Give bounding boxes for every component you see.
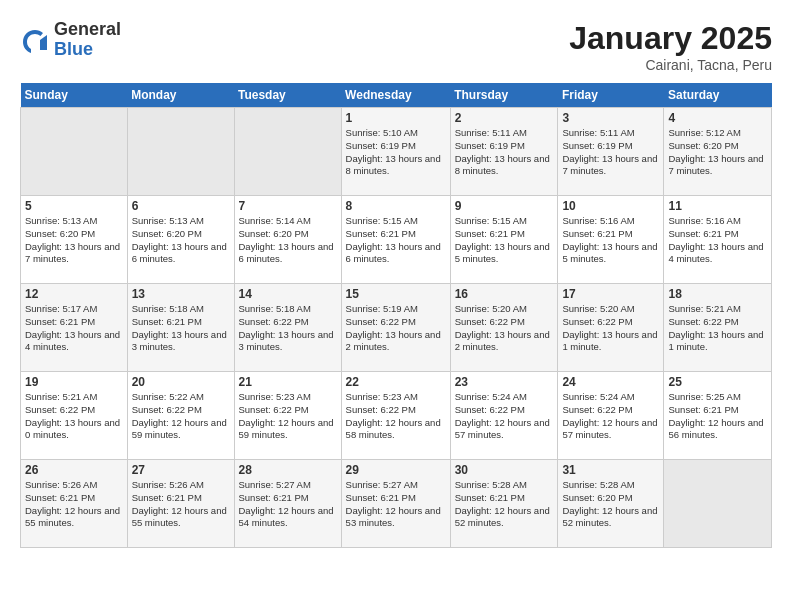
cell-content: Sunrise: 5:10 AMSunset: 6:19 PMDaylight:… bbox=[346, 127, 446, 178]
weekday-header-sunday: Sunday bbox=[21, 83, 128, 108]
calendar-cell: 6Sunrise: 5:13 AMSunset: 6:20 PMDaylight… bbox=[127, 196, 234, 284]
day-number: 24 bbox=[562, 375, 659, 389]
day-number: 3 bbox=[562, 111, 659, 125]
day-number: 15 bbox=[346, 287, 446, 301]
day-number: 2 bbox=[455, 111, 554, 125]
calendar-cell: 31Sunrise: 5:28 AMSunset: 6:20 PMDayligh… bbox=[558, 460, 664, 548]
week-row-5: 26Sunrise: 5:26 AMSunset: 6:21 PMDayligh… bbox=[21, 460, 772, 548]
day-number: 18 bbox=[668, 287, 767, 301]
cell-content: Sunrise: 5:21 AMSunset: 6:22 PMDaylight:… bbox=[668, 303, 767, 354]
title-section: January 2025 Cairani, Tacna, Peru bbox=[569, 20, 772, 73]
calendar-cell: 19Sunrise: 5:21 AMSunset: 6:22 PMDayligh… bbox=[21, 372, 128, 460]
day-number: 17 bbox=[562, 287, 659, 301]
cell-content: Sunrise: 5:14 AMSunset: 6:20 PMDaylight:… bbox=[239, 215, 337, 266]
logo-blue-text: Blue bbox=[54, 40, 121, 60]
logo-general-text: General bbox=[54, 20, 121, 40]
calendar-cell: 20Sunrise: 5:22 AMSunset: 6:22 PMDayligh… bbox=[127, 372, 234, 460]
page-header: General Blue January 2025 Cairani, Tacna… bbox=[20, 20, 772, 73]
calendar-cell: 8Sunrise: 5:15 AMSunset: 6:21 PMDaylight… bbox=[341, 196, 450, 284]
location: Cairani, Tacna, Peru bbox=[569, 57, 772, 73]
weekday-header-tuesday: Tuesday bbox=[234, 83, 341, 108]
weekday-header-thursday: Thursday bbox=[450, 83, 558, 108]
calendar-cell: 11Sunrise: 5:16 AMSunset: 6:21 PMDayligh… bbox=[664, 196, 772, 284]
calendar-cell: 28Sunrise: 5:27 AMSunset: 6:21 PMDayligh… bbox=[234, 460, 341, 548]
calendar-cell: 22Sunrise: 5:23 AMSunset: 6:22 PMDayligh… bbox=[341, 372, 450, 460]
day-number: 5 bbox=[25, 199, 123, 213]
weekday-header-saturday: Saturday bbox=[664, 83, 772, 108]
day-number: 22 bbox=[346, 375, 446, 389]
calendar-cell bbox=[234, 108, 341, 196]
day-number: 13 bbox=[132, 287, 230, 301]
cell-content: Sunrise: 5:28 AMSunset: 6:21 PMDaylight:… bbox=[455, 479, 554, 530]
cell-content: Sunrise: 5:17 AMSunset: 6:21 PMDaylight:… bbox=[25, 303, 123, 354]
calendar-cell: 14Sunrise: 5:18 AMSunset: 6:22 PMDayligh… bbox=[234, 284, 341, 372]
cell-content: Sunrise: 5:26 AMSunset: 6:21 PMDaylight:… bbox=[132, 479, 230, 530]
cell-content: Sunrise: 5:18 AMSunset: 6:22 PMDaylight:… bbox=[239, 303, 337, 354]
calendar-cell: 4Sunrise: 5:12 AMSunset: 6:20 PMDaylight… bbox=[664, 108, 772, 196]
calendar-cell: 29Sunrise: 5:27 AMSunset: 6:21 PMDayligh… bbox=[341, 460, 450, 548]
day-number: 20 bbox=[132, 375, 230, 389]
calendar-table: SundayMondayTuesdayWednesdayThursdayFrid… bbox=[20, 83, 772, 548]
day-number: 12 bbox=[25, 287, 123, 301]
day-number: 31 bbox=[562, 463, 659, 477]
cell-content: Sunrise: 5:19 AMSunset: 6:22 PMDaylight:… bbox=[346, 303, 446, 354]
week-row-4: 19Sunrise: 5:21 AMSunset: 6:22 PMDayligh… bbox=[21, 372, 772, 460]
calendar-cell: 7Sunrise: 5:14 AMSunset: 6:20 PMDaylight… bbox=[234, 196, 341, 284]
cell-content: Sunrise: 5:23 AMSunset: 6:22 PMDaylight:… bbox=[239, 391, 337, 442]
calendar-cell: 25Sunrise: 5:25 AMSunset: 6:21 PMDayligh… bbox=[664, 372, 772, 460]
cell-content: Sunrise: 5:21 AMSunset: 6:22 PMDaylight:… bbox=[25, 391, 123, 442]
day-number: 7 bbox=[239, 199, 337, 213]
calendar-cell: 24Sunrise: 5:24 AMSunset: 6:22 PMDayligh… bbox=[558, 372, 664, 460]
calendar-cell: 23Sunrise: 5:24 AMSunset: 6:22 PMDayligh… bbox=[450, 372, 558, 460]
day-number: 4 bbox=[668, 111, 767, 125]
cell-content: Sunrise: 5:26 AMSunset: 6:21 PMDaylight:… bbox=[25, 479, 123, 530]
day-number: 9 bbox=[455, 199, 554, 213]
calendar-cell: 2Sunrise: 5:11 AMSunset: 6:19 PMDaylight… bbox=[450, 108, 558, 196]
calendar-cell: 30Sunrise: 5:28 AMSunset: 6:21 PMDayligh… bbox=[450, 460, 558, 548]
calendar-cell bbox=[21, 108, 128, 196]
calendar-cell: 9Sunrise: 5:15 AMSunset: 6:21 PMDaylight… bbox=[450, 196, 558, 284]
cell-content: Sunrise: 5:24 AMSunset: 6:22 PMDaylight:… bbox=[455, 391, 554, 442]
week-row-1: 1Sunrise: 5:10 AMSunset: 6:19 PMDaylight… bbox=[21, 108, 772, 196]
calendar-cell: 17Sunrise: 5:20 AMSunset: 6:22 PMDayligh… bbox=[558, 284, 664, 372]
day-number: 6 bbox=[132, 199, 230, 213]
weekday-header-friday: Friday bbox=[558, 83, 664, 108]
calendar-cell: 15Sunrise: 5:19 AMSunset: 6:22 PMDayligh… bbox=[341, 284, 450, 372]
weekday-header-monday: Monday bbox=[127, 83, 234, 108]
logo: General Blue bbox=[20, 20, 121, 60]
calendar-cell: 10Sunrise: 5:16 AMSunset: 6:21 PMDayligh… bbox=[558, 196, 664, 284]
cell-content: Sunrise: 5:16 AMSunset: 6:21 PMDaylight:… bbox=[562, 215, 659, 266]
calendar-cell: 18Sunrise: 5:21 AMSunset: 6:22 PMDayligh… bbox=[664, 284, 772, 372]
day-number: 8 bbox=[346, 199, 446, 213]
calendar-cell: 3Sunrise: 5:11 AMSunset: 6:19 PMDaylight… bbox=[558, 108, 664, 196]
weekday-header-wednesday: Wednesday bbox=[341, 83, 450, 108]
cell-content: Sunrise: 5:20 AMSunset: 6:22 PMDaylight:… bbox=[455, 303, 554, 354]
calendar-cell: 5Sunrise: 5:13 AMSunset: 6:20 PMDaylight… bbox=[21, 196, 128, 284]
logo-icon bbox=[20, 25, 50, 55]
cell-content: Sunrise: 5:15 AMSunset: 6:21 PMDaylight:… bbox=[346, 215, 446, 266]
day-number: 23 bbox=[455, 375, 554, 389]
cell-content: Sunrise: 5:11 AMSunset: 6:19 PMDaylight:… bbox=[455, 127, 554, 178]
calendar-cell: 21Sunrise: 5:23 AMSunset: 6:22 PMDayligh… bbox=[234, 372, 341, 460]
cell-content: Sunrise: 5:28 AMSunset: 6:20 PMDaylight:… bbox=[562, 479, 659, 530]
weekday-header-row: SundayMondayTuesdayWednesdayThursdayFrid… bbox=[21, 83, 772, 108]
day-number: 10 bbox=[562, 199, 659, 213]
cell-content: Sunrise: 5:13 AMSunset: 6:20 PMDaylight:… bbox=[132, 215, 230, 266]
cell-content: Sunrise: 5:22 AMSunset: 6:22 PMDaylight:… bbox=[132, 391, 230, 442]
calendar-cell: 13Sunrise: 5:18 AMSunset: 6:21 PMDayligh… bbox=[127, 284, 234, 372]
cell-content: Sunrise: 5:16 AMSunset: 6:21 PMDaylight:… bbox=[668, 215, 767, 266]
day-number: 26 bbox=[25, 463, 123, 477]
cell-content: Sunrise: 5:27 AMSunset: 6:21 PMDaylight:… bbox=[346, 479, 446, 530]
day-number: 29 bbox=[346, 463, 446, 477]
day-number: 16 bbox=[455, 287, 554, 301]
calendar-cell: 27Sunrise: 5:26 AMSunset: 6:21 PMDayligh… bbox=[127, 460, 234, 548]
day-number: 30 bbox=[455, 463, 554, 477]
cell-content: Sunrise: 5:18 AMSunset: 6:21 PMDaylight:… bbox=[132, 303, 230, 354]
cell-content: Sunrise: 5:27 AMSunset: 6:21 PMDaylight:… bbox=[239, 479, 337, 530]
day-number: 27 bbox=[132, 463, 230, 477]
month-title: January 2025 bbox=[569, 20, 772, 57]
day-number: 25 bbox=[668, 375, 767, 389]
week-row-3: 12Sunrise: 5:17 AMSunset: 6:21 PMDayligh… bbox=[21, 284, 772, 372]
cell-content: Sunrise: 5:13 AMSunset: 6:20 PMDaylight:… bbox=[25, 215, 123, 266]
day-number: 19 bbox=[25, 375, 123, 389]
